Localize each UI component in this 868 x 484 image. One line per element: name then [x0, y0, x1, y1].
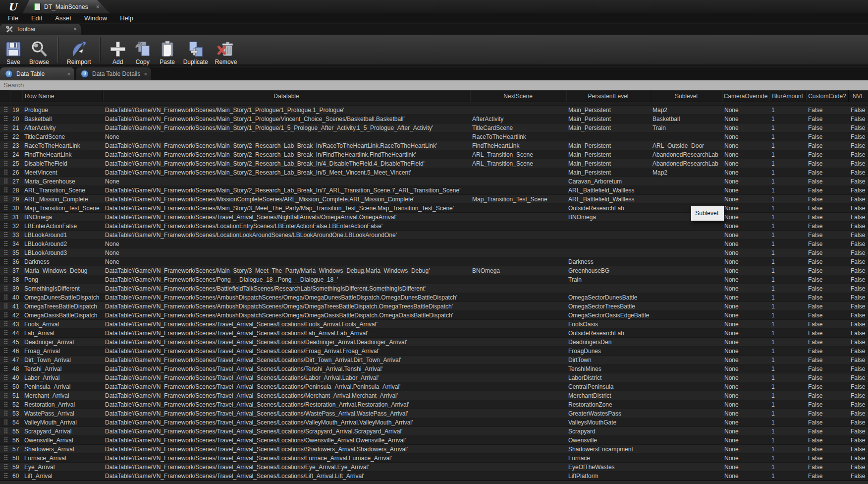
drag-dots-icon[interactable]	[4, 464, 8, 470]
table-row[interactable]: 48Tenshi_ArrivalDataTable'/Game/VN_Frame…	[0, 364, 868, 373]
table-row[interactable]: 24FindTheHeartLinkDataTable'/Game/VN_Fra…	[0, 150, 868, 159]
column-header-nextscene[interactable]: NextScene	[470, 90, 566, 102]
drag-dots-icon[interactable]	[4, 151, 8, 158]
menu-item-asset[interactable]: Asset	[49, 14, 78, 22]
drag-dots-icon[interactable]	[4, 178, 8, 184]
horizontal-scrollbar-track[interactable]	[0, 481, 868, 484]
drag-dots-icon[interactable]	[4, 419, 8, 425]
table-row[interactable]: 59Eye_ArrivalDataTable'/Game/VN_Framewor…	[0, 463, 868, 472]
column-header-persistentlevel[interactable]: PersistentLevel	[566, 90, 650, 102]
table-row[interactable]: 22TitleCardSceneNoneRaceToTheHeartlinkNo…	[0, 132, 868, 141]
table-row[interactable]: Main_PersistentMap2None1FalseFalse	[0, 102, 868, 106]
table-row[interactable]: 52Restoration_ArrivalDataTable'/Game/VN_…	[0, 400, 868, 409]
drag-dots-icon[interactable]	[4, 169, 8, 176]
table-row[interactable]: 36DarknessNoneDarknessNone1FalseFalse	[0, 257, 868, 266]
table-row[interactable]: 43Fools_ArrivalDataTable'/Game/VN_Framew…	[0, 320, 868, 329]
table-row[interactable]: 44Lab_ArrivalDataTable'/Game/VN_Framewor…	[0, 329, 868, 338]
copy-button[interactable]: Copy	[130, 35, 155, 65]
search-input[interactable]	[0, 80, 868, 90]
drag-dots-icon[interactable]	[4, 410, 8, 417]
drag-dots-icon[interactable]	[4, 223, 8, 229]
browse-button[interactable]: Browse	[26, 35, 53, 65]
drag-dots-icon[interactable]	[4, 437, 8, 443]
reimport-button[interactable]: Reimport	[63, 35, 95, 65]
table-row[interactable]: 35LBLookAround3NoneNone1FalseFalse	[0, 248, 868, 257]
drag-dots-icon[interactable]	[4, 142, 8, 149]
drag-dots-icon[interactable]	[4, 267, 8, 274]
table-row[interactable]: 50Peninsula_ArrivalDataTable'/Game/VN_Fr…	[0, 382, 868, 391]
table-row[interactable]: 57Shadowers_ArrivalDataTable'/Game/VN_Fr…	[0, 445, 868, 454]
menu-item-file[interactable]: File	[1, 14, 25, 22]
table-row[interactable]: 51Merchant_ArrivalDataTable'/Game/VN_Fra…	[0, 391, 868, 400]
drag-dots-icon[interactable]	[4, 241, 8, 247]
table-row[interactable]: 31BNOmegaDataTable'/Game/VN_Framework/Sc…	[0, 213, 868, 222]
table-row[interactable]: 49Labor_ArrivalDataTable'/Game/VN_Framew…	[0, 373, 868, 382]
drag-dots-icon[interactable]	[4, 276, 8, 283]
table-row[interactable]: 29ARL_Mission_CompleteDataTable'/Game/VN…	[0, 195, 868, 204]
table-row[interactable]: 21AfterActivityDataTable'/Game/VN_Framew…	[0, 123, 868, 132]
table-row[interactable]: 55Scrapyard_ArrivalDataTable'/Game/VN_Fr…	[0, 427, 868, 436]
column-header-nvl[interactable]: NVL	[848, 90, 868, 102]
close-icon[interactable]	[67, 71, 70, 77]
table-row[interactable]: 27Maria_GreenhouseNoneCaravan_ArboretumN…	[0, 177, 868, 186]
drag-dots-icon[interactable]	[4, 392, 8, 399]
column-header-sublevel[interactable]: Sublevel	[650, 90, 722, 102]
table-row[interactable]: 38PongDataTable'/Game/VN_Framework/Scene…	[0, 275, 868, 284]
table-row[interactable]: 40OmegaDunesBattleDispatchDataTable'/Gam…	[0, 293, 868, 302]
tab-data-table-details[interactable]: Data Table Details	[76, 67, 151, 80]
column-header-cameraoverride[interactable]: CameraOverride	[722, 90, 769, 102]
table-row[interactable]: 47Dirt_Town_ArrivalDataTable'/Game/VN_Fr…	[0, 356, 868, 364]
drag-dots-icon[interactable]	[4, 196, 8, 202]
drag-dots-icon[interactable]	[4, 258, 8, 265]
drag-dots-icon[interactable]	[4, 285, 8, 292]
drag-dots-icon[interactable]	[4, 357, 8, 363]
table-row[interactable]: 54ValleyMouth_ArrivalDataTable'/Game/VN_…	[0, 418, 868, 427]
table-row[interactable]: 33LBLookAround1DataTable'/Game/VN_Framew…	[0, 231, 868, 240]
remove-button[interactable]: Remove	[212, 35, 241, 65]
table-row[interactable]: 56Owensville_ArrivalDataTable'/Game/VN_F…	[0, 436, 868, 445]
add-button[interactable]: Add	[106, 35, 130, 65]
drag-dots-icon[interactable]	[4, 365, 8, 372]
table-row[interactable]: 25DisableTheFieldDataTable'/Game/VN_Fram…	[0, 159, 868, 168]
table-row[interactable]: 45Deadringer_ArrivalDataTable'/Game/VN_F…	[0, 338, 868, 347]
table-row[interactable]: 23RaceToTheHeartLinkDataTable'/Game/VN_F…	[0, 141, 868, 150]
drag-dots-icon[interactable]	[4, 312, 8, 318]
table-row[interactable]: 46Froag_ArrivalDataTable'/Game/VN_Framew…	[0, 347, 868, 356]
tab-toolbar[interactable]: Toolbar	[0, 24, 81, 35]
table-row[interactable]: 30Map_Transition_Test_SceneDataTable'/Ga…	[0, 204, 868, 213]
menu-item-help[interactable]: Help	[113, 14, 140, 22]
drag-dots-icon[interactable]	[4, 330, 8, 336]
table-row[interactable]: 60Lift_ArrivalDataTable'/Game/VN_Framewo…	[0, 472, 868, 481]
drag-dots-icon[interactable]	[4, 455, 8, 461]
close-icon[interactable]	[144, 71, 147, 77]
drag-dots-icon[interactable]	[4, 348, 8, 354]
table-row[interactable]: 39SomethingIsDifferentDataTable'/Game/VN…	[0, 284, 868, 293]
drag-dots-icon[interactable]	[4, 321, 8, 327]
menu-item-edit[interactable]: Edit	[25, 14, 49, 22]
menu-item-window[interactable]: Window	[78, 14, 113, 22]
drag-dots-icon[interactable]	[4, 339, 8, 345]
drag-dots-icon[interactable]	[4, 187, 8, 193]
tab-data-table[interactable]: Data Table	[0, 67, 74, 80]
column-header-datatable[interactable]: Datatable	[103, 90, 470, 102]
drag-dots-icon[interactable]	[4, 116, 8, 122]
duplicate-button[interactable]: Duplicate	[180, 35, 212, 65]
column-header-customcode[interactable]: CustomCode?	[806, 90, 848, 102]
drag-dots-icon[interactable]	[4, 232, 8, 238]
table-body[interactable]: Main_PersistentMap2None1FalseFalse19Prol…	[0, 102, 868, 481]
drag-dots-icon[interactable]	[4, 473, 8, 479]
drag-dots-icon[interactable]	[4, 107, 8, 113]
drag-dots-icon[interactable]	[4, 160, 8, 167]
table-row[interactable]: 28ARL_Transition_SceneDataTable'/Game/VN…	[0, 186, 868, 195]
paste-button[interactable]: Paste	[155, 35, 180, 65]
column-header-bluramount[interactable]: BlurAmount	[769, 90, 806, 102]
drag-dots-icon[interactable]	[4, 401, 8, 408]
drag-dots-icon[interactable]	[4, 249, 8, 256]
drag-dots-icon[interactable]	[4, 374, 8, 381]
column-header-row-name[interactable]: Row Name	[22, 90, 103, 102]
drag-dots-icon[interactable]	[4, 303, 8, 309]
drag-dots-icon[interactable]	[4, 428, 8, 434]
table-row[interactable]: 42OmegaOasisBattleDispatchDataTable'/Gam…	[0, 311, 868, 320]
drag-dots-icon[interactable]	[4, 294, 8, 301]
column-header-blank[interactable]	[10, 90, 22, 102]
